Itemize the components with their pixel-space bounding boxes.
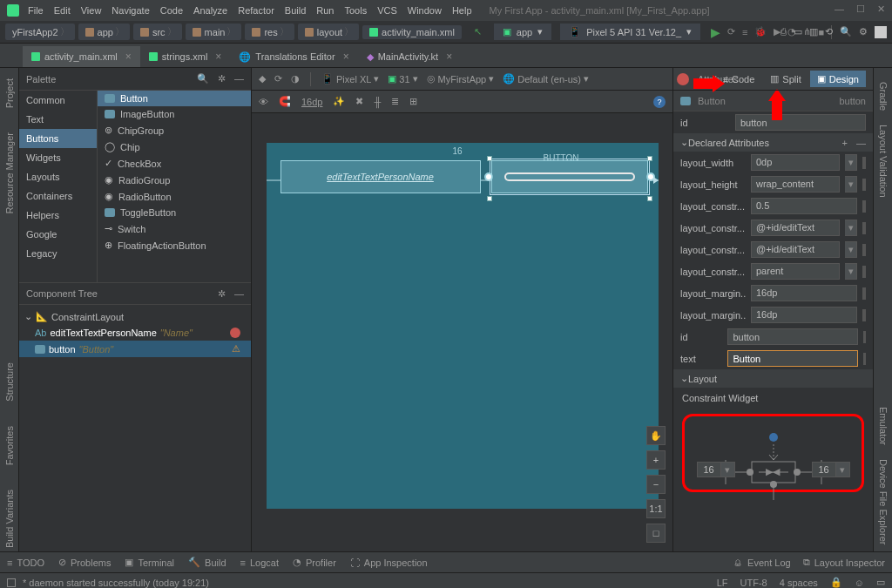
palette-cat-containers[interactable]: Containers [19,186,97,206]
attr-id-input[interactable] [735,114,866,131]
palette-item-chip[interactable]: ◯Chip [98,139,251,155]
menu-build[interactable]: Build [285,5,306,16]
palette-item-chipgroup[interactable]: ⊚ChipGroup [98,122,251,139]
bottom-build[interactable]: 🔨 Build [188,557,226,568]
status-user-icon[interactable]: ☺ [855,578,864,588]
close-tab-icon[interactable]: × [343,51,349,63]
apply-code-icon[interactable]: ≡ [742,27,747,37]
menu-vcs[interactable]: VCS [377,5,397,16]
attr-value-input[interactable]: 16dp [751,285,857,301]
chevron-down-icon[interactable]: ▾ [836,462,850,477]
menu-file[interactable]: File [28,5,44,16]
status-indent[interactable]: 4 spaces [780,578,818,588]
rail-build-variants[interactable]: Build Variants [4,486,15,551]
palette-cat-text[interactable]: Text [19,110,97,129]
attr-value-input[interactable]: 16dp [751,307,857,323]
bottom-eventlog[interactable]: 🕭 Event Log [733,557,791,568]
settings-icon[interactable]: ⚙ [859,26,868,38]
rail-resource-manager[interactable]: Resource Manager [4,129,15,218]
palette-item-radiobutton[interactable]: ◉RadioButton [98,188,251,205]
tree-item-button[interactable]: button "Button"⚠ [19,341,251,357]
surface-icon[interactable]: ◆ [259,73,266,84]
default-margin[interactable]: 16dp [301,97,322,107]
sync-icon[interactable]: ⟲ [825,26,833,38]
palette-cat-common[interactable]: Common [19,91,97,110]
close-tab-icon[interactable]: × [446,51,452,63]
chevron-down-icon[interactable]: ▾ [721,462,735,477]
minimize-icon[interactable]: — [835,3,844,15]
cw-left-margin[interactable] [697,462,721,477]
zoom-fit-button[interactable]: □ [646,524,666,543]
debug-icon[interactable]: 🐞 [754,26,767,37]
bottom-inspection[interactable]: ⛶ App Inspection [350,558,428,568]
layout-section[interactable]: ⌄ Layout [673,369,873,388]
bottom-layout-inspector[interactable]: ⧉ Layout Inspector [803,557,885,568]
api-picker[interactable]: ▣ 31 ▾ [388,73,417,84]
rail-emulator[interactable]: Emulator [878,400,889,452]
bottom-problems[interactable]: ⊘ Problems [58,557,111,568]
palette-item-checkbox[interactable]: ✓CheckBox [98,155,251,172]
back-icon[interactable]: ↖ [474,26,482,37]
palette-item-togglebutton[interactable]: ToggleButton [98,205,251,220]
palette-item-switch[interactable]: ⊸Switch [98,220,251,237]
breadcrumb[interactable]: activity_main.xml [362,25,462,39]
breadcrumb[interactable]: main〉 [186,24,242,40]
menu-edit[interactable]: Edit [54,5,71,16]
git-icon[interactable]: ⎙ [780,26,787,38]
add-attr-icon[interactable]: + [842,138,848,148]
attr-value-input[interactable]: @+id/editText [751,241,840,258]
tree-root[interactable]: ⌄📐ConstraintLayout [19,308,251,325]
theme-picker[interactable]: ◎ MyFirstApp ▾ [427,73,495,84]
cw-right-margin[interactable] [812,462,836,477]
view-design-button[interactable]: ▣ Design [810,71,866,87]
rail-structure[interactable]: Structure [4,359,15,405]
minimize-icon[interactable]: — [234,73,244,84]
breadcrumb[interactable]: src〉 [133,24,182,40]
zoom-in-button[interactable]: + [646,450,666,470]
chevron-down-icon[interactable]: ▾ [845,263,857,280]
error-badge-icon[interactable] [677,73,689,85]
palette-cat-legacy[interactable]: Legacy [19,244,97,263]
palette-item-fab[interactable]: ⊕FloatingActionButton [98,237,251,253]
orientation-icon[interactable]: ⟳ [274,73,282,84]
zoom-reset-button[interactable]: 1:1 [646,499,666,518]
view-code-button[interactable]: ≡ Code [716,71,762,87]
gear-icon[interactable]: ✲ [218,288,226,300]
declared-attributes-section[interactable]: ⌄ Declared Attributes+— [673,133,873,152]
avd-icon[interactable]: ▭ [794,26,802,38]
close-icon[interactable]: ✕ [877,3,885,15]
menu-analyze[interactable]: Analyze [193,5,227,16]
menu-refactor[interactable]: Refactor [238,5,274,16]
bottom-profiler[interactable]: ◔ Profiler [293,557,336,568]
rail-gradle[interactable]: Gradle [878,75,889,118]
chevron-down-icon[interactable]: ▾ [845,176,857,193]
palette-cat-layouts[interactable]: Layouts [19,167,97,186]
status-indicator-icon[interactable] [7,578,16,587]
tab-strings[interactable]: strings.xml× [140,46,231,67]
rail-layout-validation[interactable]: Layout Validation [878,118,889,205]
search-icon[interactable]: 🔍 [197,73,209,84]
menu-help[interactable]: Help [452,5,472,16]
sdk-icon[interactable]: ▥ [809,26,818,38]
rail-favorites[interactable]: Favorites [4,422,15,469]
status-lock-icon[interactable]: 🔒 [830,577,842,588]
palette-item-radiogroup[interactable]: ◉RadioGroup [98,172,251,188]
palette-cat-google[interactable]: Google [19,225,97,244]
search-icon[interactable]: 🔍 [840,26,852,38]
magnet-icon[interactable]: 🧲 [279,96,291,107]
bottom-todo[interactable]: ≡ TODO [7,558,44,568]
palette-item-button[interactable]: Button [98,91,251,106]
run-icon[interactable]: ▶ [711,25,720,39]
run-config-selector[interactable]: ▣app▾ [494,24,551,40]
rail-device-file-explorer[interactable]: Device File Explorer [878,452,889,551]
tab-translations[interactable]: 🌐Translations Editor× [230,46,357,67]
tab-activity-main[interactable]: activity_main.xml× [23,46,140,67]
chevron-down-icon[interactable]: ▾ [845,154,857,171]
tab-mainactivity[interactable]: ◆MainActivity.kt× [358,46,462,67]
menu-code[interactable]: Code [160,5,183,16]
status-memory-icon[interactable]: ▭ [876,577,885,588]
breadcrumb[interactable]: layout〉 [298,24,359,40]
chevron-down-icon[interactable]: ▾ [845,241,857,258]
night-icon[interactable]: ◑ [291,73,300,84]
device-picker[interactable]: 📱 Pixel XL ▾ [321,73,379,84]
